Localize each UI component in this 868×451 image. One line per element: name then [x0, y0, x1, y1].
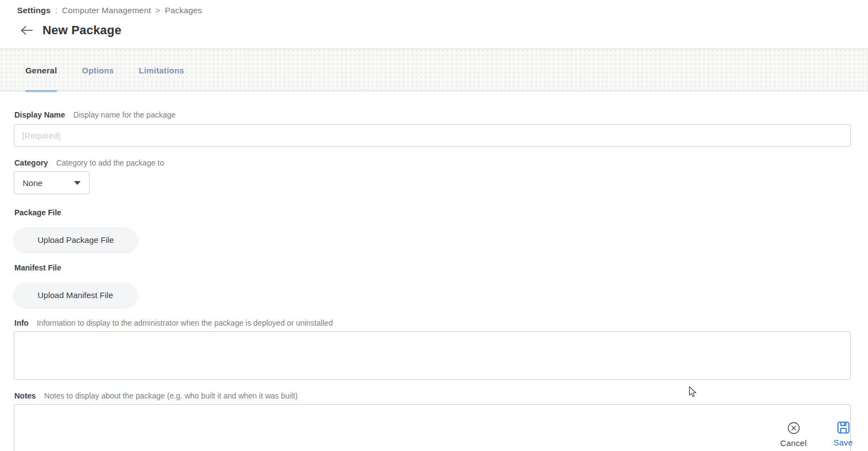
notes-label: Notes	[14, 391, 36, 400]
category-select[interactable]: None	[14, 171, 89, 194]
notes-textarea[interactable]	[14, 404, 851, 451]
tab-limitations[interactable]: Limitations	[139, 49, 184, 92]
breadcrumb-packages[interactable]: Packages	[165, 6, 202, 15]
breadcrumb-separator: :	[55, 6, 57, 15]
manifest-file-label: Manifest File	[14, 263, 61, 272]
back-button[interactable]	[19, 24, 34, 38]
page-title: New Package	[43, 23, 121, 38]
back-arrow-icon	[20, 25, 33, 37]
package-file-label-row: Package File	[14, 208, 61, 217]
cancel-button-label: Cancel	[780, 438, 807, 448]
category-help: Category to add the package to	[56, 158, 164, 167]
cancel-button[interactable]: Cancel	[776, 422, 811, 448]
info-label: Info	[14, 319, 29, 327]
package-file-label: Package File	[14, 208, 61, 217]
upload-package-file-button[interactable]: Upload Package File	[14, 227, 137, 252]
info-help: Information to display to the administra…	[37, 319, 333, 327]
tab-bar: General Options Limitations	[0, 49, 868, 92]
tab-general[interactable]: General	[25, 49, 57, 92]
breadcrumb-computer-management[interactable]: Computer Management	[62, 6, 151, 15]
upload-manifest-file-button[interactable]: Upload Manifest File	[14, 283, 137, 307]
category-label-row: CategoryCategory to add the package to	[14, 158, 164, 167]
breadcrumb-chevron: >	[156, 6, 161, 15]
display-name-label-row: Display NameDisplay name for the package	[14, 110, 176, 119]
cancel-circle-x-icon	[787, 422, 800, 436]
mouse-cursor	[689, 386, 698, 401]
new-package-page: { "breadcrumb": { "root": "Settings", "s…	[0, 0, 868, 451]
category-selected-value: None	[23, 178, 43, 188]
notes-label-row: NotesNotes to display about the package …	[14, 391, 298, 400]
chevron-down-icon	[74, 181, 81, 185]
manifest-file-label-row: Manifest File	[14, 263, 61, 272]
category-label: Category	[14, 158, 48, 167]
save-button[interactable]: Save	[829, 421, 858, 447]
breadcrumb-settings[interactable]: Settings	[17, 6, 51, 15]
display-name-label: Display Name	[14, 110, 65, 119]
save-floppy-icon	[837, 421, 850, 436]
display-name-input[interactable]	[14, 124, 851, 147]
breadcrumb: Settings:Computer Management>Packages	[17, 6, 202, 15]
display-name-help: Display name for the package	[73, 110, 176, 119]
info-textarea[interactable]	[14, 331, 851, 380]
notes-help: Notes to display about the package (e.g.…	[44, 391, 298, 400]
info-label-row: InfoInformation to display to the admini…	[14, 319, 333, 327]
tab-options[interactable]: Options	[82, 49, 114, 92]
save-button-label: Save	[834, 438, 853, 447]
